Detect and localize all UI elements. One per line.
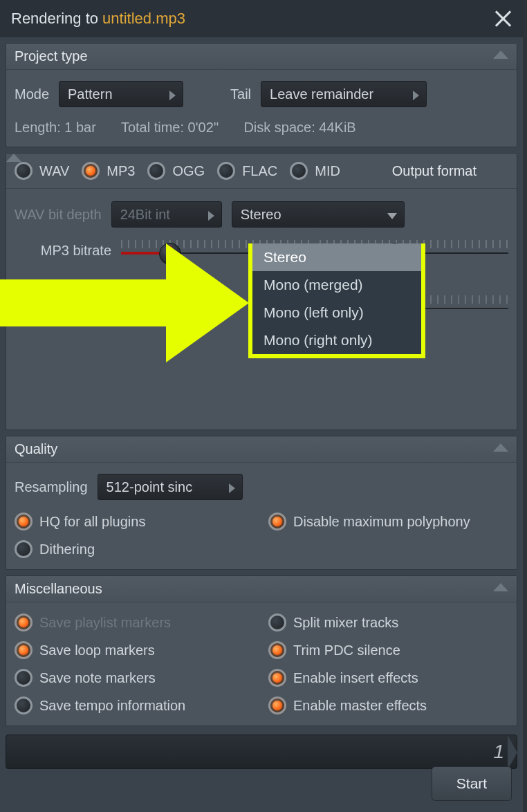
slider-fill [121,252,163,255]
start-button[interactable]: Start [432,766,512,801]
save-playlist-markers-label: Save playlist markers [39,615,171,631]
resampling-value: 512-point sinc [107,479,193,495]
panel-header-project-type[interactable]: Project type [6,44,517,70]
save-note-markers-toggle[interactable]: Save note markers [15,669,255,687]
radio-icon [15,641,33,659]
split-mixer-tracks-label: Split mixer tracks [293,615,398,631]
radio-icon [15,613,33,631]
format-ogg-label: OGG [172,163,205,179]
mode-label: Mode [15,86,49,102]
tail-dropdown[interactable]: Leave remainder [261,81,427,107]
quality-header-label: Quality [15,441,57,457]
save-loop-markers-toggle[interactable]: Save loop markers [15,641,255,659]
channels-option-mono-merged[interactable]: Mono (merged) [252,271,421,299]
panel-miscellaneous: Miscellaneous Save playlist markers Spli… [6,575,517,726]
panel-project-type: Project type Mode Pattern Tail Leave rem… [6,43,517,147]
format-flac-label: FLAC [242,163,277,179]
channels-value: Stereo [241,207,281,223]
title-filename: untitled.mp3 [102,10,185,27]
channels-option-mono-right[interactable]: Mono (right only) [252,326,421,354]
chevron-up-icon [493,50,508,60]
start-button-label: Start [456,775,487,792]
format-mp3-label: MP3 [107,163,135,179]
radio-icon [268,696,286,714]
trim-pdc-silence-toggle[interactable]: Trim PDC silence [268,641,508,659]
hq-plugins-toggle[interactable]: HQ for all plugins [15,513,255,530]
enable-insert-effects-toggle[interactable]: Enable insert effects [268,669,508,687]
hq-label: HQ for all plugins [39,514,145,530]
arrow-right-icon [229,483,235,493]
radio-icon [15,540,33,558]
arrow-right-icon [413,91,419,100]
format-flac[interactable]: FLAC [217,162,277,180]
length-info: Length: 1 bar [15,120,96,136]
arrow-right-icon [208,211,214,221]
wav-depth-dropdown: 24Bit int [111,201,222,228]
save-note-markers-label: Save note markers [39,670,156,686]
enable-master-effects-toggle[interactable]: Enable master effects [268,696,508,714]
tail-value: Leave remainder [270,86,373,102]
enable-insert-effects-label: Enable insert effects [293,670,418,686]
format-ogg[interactable]: OGG [147,162,205,180]
progress-value: 1 [493,741,504,763]
radio-icon [268,513,286,530]
tail-label: Tail [230,86,251,102]
chevron-up-icon [493,166,508,176]
titlebar: Rendering to untitled.mp3 [0,0,523,37]
enable-master-effects-label: Enable master effects [293,698,427,714]
arrow-head-icon [166,243,249,362]
disable-poly-label: Disable maximum polyphony [293,514,470,530]
radio-icon [15,162,33,180]
bitrate-label: MP3 bitrate [15,243,111,259]
disk-space-info: Disk space: 44KiB [243,120,355,136]
radio-icon [268,641,286,659]
resampling-dropdown[interactable]: 512-point sinc [98,474,243,500]
channels-option-mono-left[interactable]: Mono (left only) [252,299,421,326]
total-time-info: Total time: 0'02'' [121,120,219,136]
save-playlist-markers-toggle[interactable]: Save playlist markers [15,613,255,631]
radio-icon [268,669,286,687]
format-wav-label: WAV [39,163,69,179]
title-prefix: Rendering to [11,10,102,27]
window-title: Rendering to untitled.mp3 [11,10,185,28]
mode-dropdown[interactable]: Pattern [59,81,183,107]
radio-icon [15,513,33,530]
trim-pdc-silence-label: Trim PDC silence [293,643,400,658]
arrow-body [0,279,166,326]
save-tempo-info-label: Save tempo information [39,698,185,714]
chevron-up-icon [493,583,508,593]
close-icon[interactable] [494,10,512,28]
split-mixer-tracks-toggle[interactable]: Split mixer tracks [268,613,508,631]
arrow-right-icon [169,91,176,100]
radio-icon [217,162,235,180]
format-mp3[interactable]: MP3 [82,162,135,180]
dithering-label: Dithering [39,542,95,557]
radio-icon [268,613,286,631]
radio-icon [15,669,33,687]
chevron-up-icon [493,443,508,453]
panel-quality: Quality Resampling 512-point sinc HQ for… [6,436,517,570]
channels-dropdown[interactable]: Stereo [232,201,405,228]
radio-icon [15,696,33,714]
misc-header-label: Miscellaneous [15,581,102,597]
format-mid[interactable]: MID [290,162,340,180]
dithering-toggle[interactable]: Dithering [15,540,255,558]
output-format-title: Output format [392,163,477,179]
format-mid-label: MID [315,163,340,179]
channels-dropdown-menu: Stereo Mono (merged) Mono (left only) Mo… [248,243,425,358]
radio-icon [147,162,165,180]
disable-polyphony-toggle[interactable]: Disable maximum polyphony [268,513,508,530]
resampling-label: Resampling [15,479,88,495]
panel-header-misc[interactable]: Miscellaneous [6,576,517,602]
render-dialog: Rendering to untitled.mp3 Project type M… [0,0,527,812]
arrow-down-icon [387,213,397,219]
mode-value: Pattern [68,86,112,102]
save-loop-markers-label: Save loop markers [39,643,155,658]
radio-icon [82,162,100,180]
format-wav[interactable]: WAV [15,162,69,180]
progress-bar: 1 [6,735,517,769]
radio-icon [290,162,308,180]
save-tempo-info-toggle[interactable]: Save tempo information [15,696,255,714]
panel-header-quality[interactable]: Quality [6,436,517,463]
channels-option-stereo[interactable]: Stereo [252,243,421,271]
